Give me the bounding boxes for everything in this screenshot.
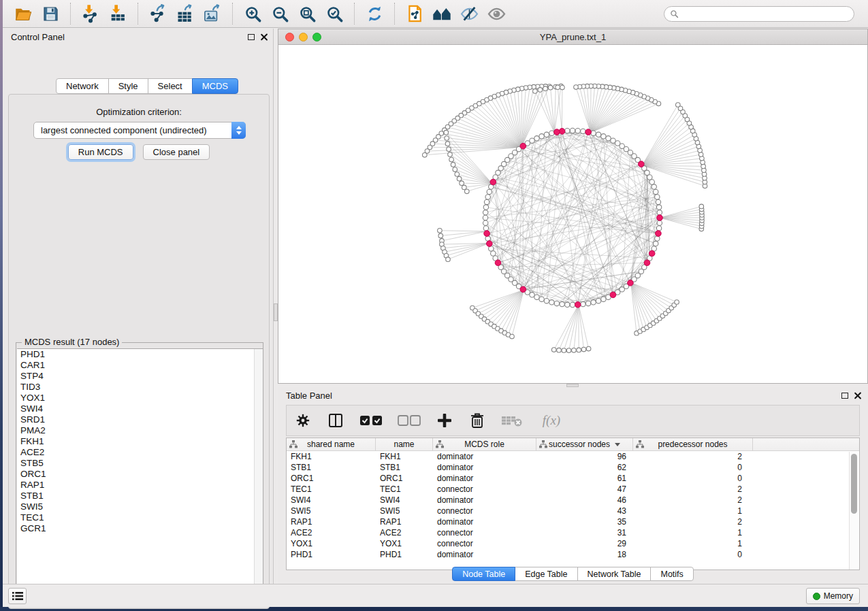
refresh-button[interactable] (363, 2, 386, 25)
table-cell[interactable] (753, 462, 859, 473)
mcds-result-item[interactable]: CAR1 (17, 360, 263, 371)
mcds-result-item[interactable]: PMA2 (17, 425, 263, 436)
network-node[interactable] (448, 152, 453, 157)
zoom-fit-button[interactable] (295, 2, 319, 25)
table-cell[interactable]: TEC1 (287, 484, 376, 495)
network-node[interactable] (676, 103, 681, 108)
table-scrollbar[interactable] (849, 452, 858, 569)
table-cell[interactable]: connector (433, 538, 536, 549)
mcds-node[interactable] (644, 260, 650, 266)
mcds-result-item[interactable]: ORC1 (17, 469, 263, 480)
table-cell[interactable]: 61 (536, 473, 633, 484)
network-node[interactable] (606, 136, 611, 141)
memory-button[interactable]: Memory (806, 588, 860, 604)
table-cell[interactable]: PHD1 (287, 549, 376, 560)
network-node[interactable] (549, 300, 554, 305)
maximize-window-icon[interactable] (312, 33, 321, 42)
mcds-node[interactable] (520, 286, 526, 293)
table-cell[interactable]: 62 (536, 462, 633, 473)
network-node[interactable] (444, 130, 449, 135)
network-node[interactable] (611, 138, 615, 143)
network-node[interactable] (438, 229, 443, 233)
network-node[interactable] (656, 205, 661, 210)
table-cell[interactable]: ORC1 (287, 473, 376, 484)
network-node[interactable] (457, 176, 462, 181)
network-node[interactable] (447, 147, 451, 152)
network-node[interactable] (560, 85, 565, 90)
table-cell[interactable] (753, 527, 859, 538)
table-cell[interactable]: STB1 (376, 462, 433, 473)
table-cell[interactable] (753, 538, 859, 549)
network-node[interactable] (654, 241, 658, 246)
network-node[interactable] (445, 136, 449, 141)
column-header-mcds-role[interactable]: MCDS role (433, 438, 536, 450)
network-node[interactable] (544, 132, 549, 137)
table-cell[interactable]: 2 (633, 495, 753, 506)
table-row[interactable]: TEC1TEC1connector472 (287, 484, 859, 495)
table-cell[interactable]: connector (433, 527, 536, 538)
table-cell[interactable]: 2 (633, 516, 753, 527)
network-node[interactable] (596, 132, 600, 137)
table-cell[interactable]: ORC1 (376, 473, 433, 484)
network-node[interactable] (556, 85, 560, 90)
network-node[interactable] (656, 226, 661, 231)
table-cell[interactable]: connector (433, 506, 536, 516)
network-node[interactable] (565, 129, 570, 133)
zoom-out-button[interactable] (268, 2, 291, 25)
network-node[interactable] (566, 348, 571, 353)
network-node[interactable] (657, 210, 662, 215)
tab-edge-table[interactable]: Edge Table (515, 567, 577, 581)
network-node[interactable] (530, 293, 534, 297)
tab-mcds[interactable]: MCDS (192, 78, 238, 94)
mcds-node[interactable] (575, 302, 581, 308)
table-cell[interactable]: FKH1 (376, 451, 433, 462)
mcds-node[interactable] (487, 241, 493, 247)
float-panel-icon[interactable] (841, 393, 848, 399)
network-node[interactable] (601, 134, 606, 139)
network-node[interactable] (596, 299, 600, 303)
optimization-criterion-select[interactable]: largest connected component (undirected) (33, 122, 246, 139)
network-node[interactable] (649, 180, 654, 184)
network-node[interactable] (570, 128, 575, 133)
tab-node-table[interactable]: Node Table (452, 567, 515, 581)
network-node[interactable] (675, 300, 679, 305)
table-cell[interactable]: FKH1 (287, 451, 376, 462)
network-node[interactable] (548, 85, 553, 90)
mcds-result-item[interactable]: STB1 (17, 491, 263, 501)
table-cell[interactable]: TEC1 (376, 484, 433, 495)
table-cell[interactable]: 1 (633, 506, 753, 516)
network-node[interactable] (652, 184, 656, 189)
table-cell[interactable]: 47 (536, 484, 633, 495)
mcds-result-item[interactable]: ACE2 (17, 447, 263, 458)
mcds-result-item[interactable]: RAP1 (17, 480, 263, 491)
mcds-result-item[interactable]: FKH1 (17, 436, 263, 447)
table-cell[interactable]: 43 (536, 506, 633, 516)
table-cell[interactable] (753, 451, 859, 462)
network-node[interactable] (455, 172, 460, 177)
table-cell[interactable]: PHD1 (376, 549, 433, 560)
tab-network-table[interactable]: Network Table (577, 567, 652, 581)
table-cell[interactable] (753, 549, 859, 560)
mcds-result-item[interactable]: PHD1 (17, 349, 263, 360)
network-node[interactable] (657, 220, 662, 225)
network-node[interactable] (539, 297, 544, 301)
delete-table-button[interactable] (500, 411, 524, 430)
table-cell[interactable]: YOX1 (376, 538, 433, 549)
float-panel-icon[interactable] (248, 34, 255, 40)
network-node[interactable] (496, 170, 500, 175)
network-window-titlebar[interactable]: YPA_prune.txt_1 (278, 29, 867, 45)
table-cell[interactable]: dominator (433, 451, 536, 462)
table-cell[interactable]: 2 (633, 484, 753, 495)
table-cell[interactable]: 0 (633, 549, 753, 560)
network-node[interactable] (699, 204, 704, 209)
unselect-all-button[interactable] (397, 411, 421, 430)
network-node[interactable] (465, 189, 470, 194)
table-cell[interactable]: YOX1 (287, 538, 376, 549)
table-cell[interactable]: 1 (633, 527, 753, 538)
table-cell[interactable]: dominator (433, 462, 536, 473)
close-panel-icon[interactable] (260, 33, 268, 41)
network-node[interactable] (586, 346, 591, 351)
network-node[interactable] (656, 199, 660, 204)
network-node[interactable] (483, 226, 488, 231)
table-cell[interactable] (753, 516, 859, 527)
